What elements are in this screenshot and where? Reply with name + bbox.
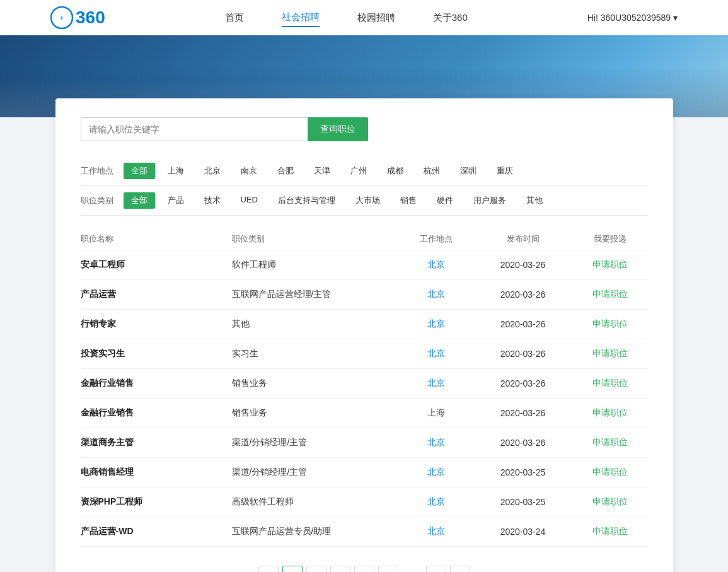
location-filter-tags: 全部 上海 北京 南京 合肥 天津 广州 成都 杭州 深圳 重庆 <box>124 163 521 179</box>
job-apply: 申请职位 <box>572 250 648 280</box>
search-button[interactable]: 查询职位 <box>308 117 368 141</box>
next-page-button[interactable]: › <box>450 566 470 572</box>
job-location: 北京 <box>398 250 474 280</box>
job-category: 软件工程师 <box>232 250 398 280</box>
job-date: 2020-03-26 <box>474 310 572 339</box>
job-date: 2020-03-25 <box>474 458 572 487</box>
nav-about[interactable]: 关于360 <box>433 9 468 26</box>
location-tag-hefei[interactable]: 合肥 <box>270 163 301 179</box>
job-date: 2020-03-26 <box>474 250 572 280</box>
job-title[interactable]: 金融行业销售 <box>81 378 134 388</box>
location-tag-beijing[interactable]: 北京 <box>197 163 228 179</box>
location-tag-nanjing[interactable]: 南京 <box>233 163 265 179</box>
job-location: 北京 <box>398 458 474 487</box>
page-last-button[interactable]: 28 <box>426 566 446 572</box>
apply-link[interactable]: 申请职位 <box>592 378 628 388</box>
job-location: 北京 <box>398 487 474 517</box>
apply-link[interactable]: 申请职位 <box>592 289 628 299</box>
job-title[interactable]: 渠道商务主管 <box>81 437 134 447</box>
category-tag-service[interactable]: 用户服务 <box>466 192 514 209</box>
user-menu[interactable]: Hi! 360U3052039589 ▾ <box>587 13 678 23</box>
job-title[interactable]: 投资实习生 <box>81 348 125 358</box>
page-5-button[interactable]: 5 <box>378 566 398 572</box>
job-table: 职位名称 职位类别 工作地点 发布时间 我要投递 安卓工程师 软件工程师 北京 … <box>81 228 648 547</box>
table-row: 资深PHP工程师 高级软件工程师 北京 2020-03-25 申请职位 <box>81 487 648 517</box>
job-apply: 申请职位 <box>572 310 648 339</box>
location-tag-shenzhen[interactable]: 深圳 <box>453 163 484 179</box>
job-title[interactable]: 资深PHP工程师 <box>81 496 143 506</box>
category-tag-marketing[interactable]: 大市场 <box>348 192 388 209</box>
main-content: 查询职位 工作地点 全部 上海 北京 南京 合肥 天津 广州 成都 杭州 深圳 … <box>55 98 673 572</box>
table-row: 行销专家 其他 北京 2020-03-26 申请职位 <box>81 310 648 339</box>
table-row: 投资实习生 实习生 北京 2020-03-26 申请职位 <box>81 339 648 369</box>
job-category: 互联网产品运营经理/主管 <box>232 280 398 310</box>
job-apply: 申请职位 <box>572 487 648 517</box>
job-category: 互联网产品运营专员/助理 <box>232 517 398 547</box>
job-title[interactable]: 电商销售经理 <box>81 467 134 477</box>
nav-social-recruit[interactable]: 社会招聘 <box>282 9 320 27</box>
job-category: 渠道/分销经理/主管 <box>232 428 398 458</box>
category-tag-hardware[interactable]: 硬件 <box>429 192 461 209</box>
category-tag-other[interactable]: 其他 <box>519 192 550 209</box>
job-category: 高级软件工程师 <box>232 487 398 517</box>
apply-link[interactable]: 申请职位 <box>592 318 628 329</box>
nav-home[interactable]: 首页 <box>225 9 244 26</box>
table-row: 产品运营 互联网产品运营经理/主管 北京 2020-03-26 申请职位 <box>81 280 648 310</box>
category-tag-ued[interactable]: UED <box>233 192 265 209</box>
svg-text:+: + <box>60 15 64 21</box>
category-tag-tech[interactable]: 技术 <box>197 192 228 209</box>
location-tag-chengdu[interactable]: 成都 <box>379 163 411 179</box>
location-filter-row: 工作地点 全部 上海 北京 南京 合肥 天津 广州 成都 杭州 深圳 重庆 <box>81 156 648 186</box>
th-apply: 我要投递 <box>572 228 648 250</box>
category-tag-backend[interactable]: 后台支持与管理 <box>270 192 343 209</box>
apply-link[interactable]: 申请职位 <box>592 407 628 417</box>
category-filter-row: 职位类别 全部 产品 技术 UED 后台支持与管理 大市场 销售 硬件 用户服务… <box>81 186 648 216</box>
table-row: 电商销售经理 渠道/分销经理/主管 北京 2020-03-25 申请职位 <box>81 458 648 487</box>
search-input[interactable] <box>81 117 308 141</box>
job-title[interactable]: 产品运营 <box>81 289 116 299</box>
job-title[interactable]: 行销专家 <box>81 318 116 329</box>
job-date: 2020-03-24 <box>474 517 572 547</box>
category-tag-all[interactable]: 全部 <box>124 192 155 209</box>
job-location: 北京 <box>398 280 474 310</box>
apply-link[interactable]: 申请职位 <box>592 437 628 447</box>
location-tag-guangzhou[interactable]: 广州 <box>343 163 374 179</box>
page-1-button[interactable]: 1 <box>282 566 303 572</box>
apply-link[interactable]: 申请职位 <box>592 348 628 358</box>
logo-icon: + <box>50 6 73 29</box>
page-3-button[interactable]: 3 <box>330 566 350 572</box>
th-category: 职位类别 <box>232 228 398 250</box>
prev-page-button[interactable]: ‹ <box>258 566 279 572</box>
location-tag-shanghai[interactable]: 上海 <box>160 163 192 179</box>
table-row: 金融行业销售 销售业务 上海 2020-03-26 申请职位 <box>81 399 648 428</box>
category-tag-product[interactable]: 产品 <box>160 192 192 209</box>
category-tag-sales[interactable]: 销售 <box>393 192 424 209</box>
nav-campus-recruit[interactable]: 校园招聘 <box>357 9 395 26</box>
job-title[interactable]: 产品运营-WD <box>81 526 134 536</box>
apply-link[interactable]: 申请职位 <box>592 259 628 269</box>
page-4-button[interactable]: 4 <box>354 566 374 572</box>
pagination: ‹ 1 2 3 4 5 ... 28 › <box>81 566 648 572</box>
job-apply: 申请职位 <box>572 399 648 428</box>
search-bar: 查询职位 <box>81 117 648 141</box>
table-row: 产品运营-WD 互联网产品运营专员/助理 北京 2020-03-24 申请职位 <box>81 517 648 547</box>
location-tag-tianjin[interactable]: 天津 <box>306 163 338 179</box>
apply-link[interactable]: 申请职位 <box>592 526 628 536</box>
job-category: 实习生 <box>232 339 398 369</box>
th-date: 发布时间 <box>474 228 572 250</box>
job-apply: 申请职位 <box>572 369 648 399</box>
job-apply: 申请职位 <box>572 280 648 310</box>
job-title[interactable]: 金融行业销售 <box>81 407 134 417</box>
job-location: 北京 <box>398 339 474 369</box>
job-title[interactable]: 安卓工程师 <box>81 259 125 269</box>
apply-link[interactable]: 申请职位 <box>592 467 628 477</box>
apply-link[interactable]: 申请职位 <box>592 496 628 506</box>
job-date: 2020-03-26 <box>474 369 572 399</box>
location-tag-chongqing[interactable]: 重庆 <box>489 163 521 179</box>
location-tag-hangzhou[interactable]: 杭州 <box>416 163 448 179</box>
logo[interactable]: + 360 <box>50 6 105 29</box>
job-location: 上海 <box>398 399 474 428</box>
location-tag-all[interactable]: 全部 <box>124 163 155 179</box>
job-location: 北京 <box>398 517 474 547</box>
page-2-button[interactable]: 2 <box>306 566 326 572</box>
